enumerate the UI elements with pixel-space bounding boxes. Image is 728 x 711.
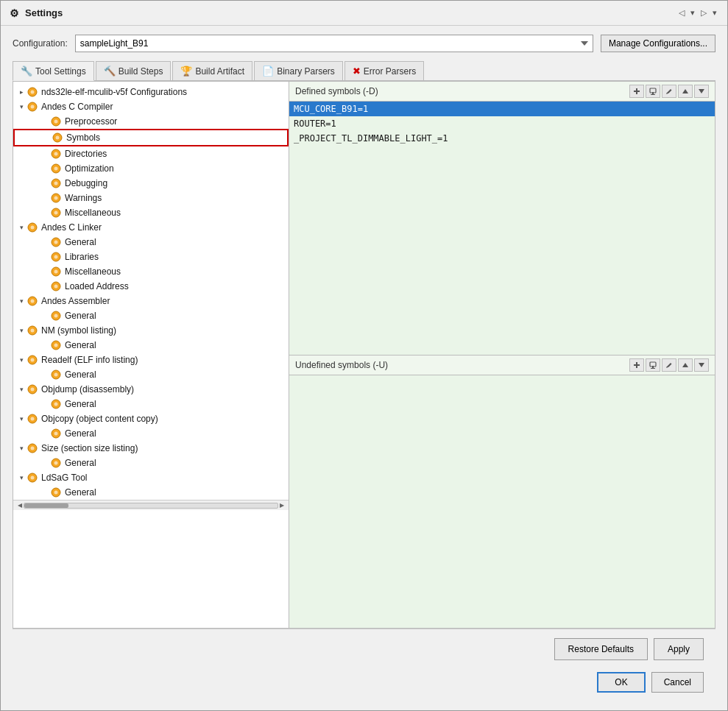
defined-add-from-workspace-button[interactable] [646,85,660,98]
tree-item-nm-general[interactable]: General [13,338,289,353]
svg-point-25 [54,270,58,274]
tree-item-symbols[interactable]: Symbols [13,129,289,146]
scrollbar-track[interactable] [24,503,278,509]
tree-horizontal-scrollbar[interactable]: ◀ ▶ [13,500,289,510]
svg-point-1 [31,91,35,94]
svg-point-49 [31,447,35,450]
cancel-button[interactable]: Cancel [651,672,704,693]
tree-item-objcopy[interactable]: ▾ Objcopy (object content copy) [13,411,289,426]
undefined-edit-button[interactable] [662,358,676,372]
tree-panel: ▸ nds32le-elf-mculib-v5f Configurations … [13,82,289,628]
forward-dropdown-icon[interactable]: ▾ [711,7,718,19]
undefined-symbols-list [289,375,715,629]
tree-item-assembler[interactable]: ▾ Andes Assembler [13,294,289,308]
collapse-icon-assembler: ▾ [16,297,26,305]
symbol-item-0[interactable]: MCU_CORE_B91=1 [289,102,715,116]
undefined-add-from-workspace-button[interactable] [646,358,660,372]
tree-label-objcopy: Objcopy (object content copy) [41,414,158,424]
symbol-item-1[interactable]: ROUTER=1 [289,116,715,131]
tree-item-nm[interactable]: ▾ NM (symbol listing) [13,323,289,338]
restore-defaults-button[interactable]: Restore Defaults [554,638,648,660]
undefined-symbols-header: Undefined symbols (-U) [289,356,715,375]
scrollbar-thumb[interactable] [24,503,68,508]
tree-label-objcopy-general: General [65,428,96,439]
back-arrow-icon[interactable]: ◁ [677,7,686,19]
tree-item-loaded-address[interactable]: Loaded Address [13,279,289,294]
config-select[interactable]: sampleLight_B91 [75,35,593,52]
tab-build-steps[interactable]: 🔨 Build Steps [96,61,172,80]
tree-item-assembler-general[interactable]: General [13,308,289,323]
tree-item-nds32[interactable]: ▸ nds32le-elf-mculib-v5f Configurations [13,85,289,99]
tree-label-objdump: Objdump (disassembly) [41,384,134,395]
collapse-icon-nds32: ▸ [16,88,26,96]
tab-build-artifact[interactable]: 🏆 Build Artifact [172,61,252,80]
tree-item-readelf-general[interactable]: General [13,367,289,382]
tree-item-ldsag-general[interactable]: General [13,485,289,500]
svg-rect-57 [634,91,640,92]
tree-item-linker-misc[interactable]: Miscellaneous [13,264,289,279]
tree-label-readelf-general: General [65,369,96,380]
tab-binary-parsers[interactable]: 📄 Binary Parsers [254,61,343,80]
tree-item-ldsag[interactable]: ▾ LdSaG Tool [13,470,289,485]
gear-icon-readelf [26,354,38,366]
svg-point-35 [54,344,58,347]
scroll-left-icon[interactable]: ◀ [16,502,24,509]
tree-item-warnings[interactable]: Warnings [13,191,289,205]
gear-icon-assembler [26,295,38,307]
gear-icon-size [26,442,38,454]
collapse-icon-andes-c: ▾ [16,103,26,110]
tree-label-debugging: Debugging [65,178,107,188]
tree-item-debugging[interactable]: Debugging [13,176,289,191]
collapse-icon-linker: ▾ [16,224,26,231]
defined-symbols-list: MCU_CORE_B91=1 ROUTER=1 _PROJECT_TL_DIMM… [289,102,715,355]
tab-error-parsers-label: Error Parsers [364,66,416,77]
undefined-symbols-label: Undefined symbols (-U) [295,360,388,370]
defined-edit-button[interactable] [662,85,676,98]
gear-icon-linker [26,222,38,233]
tree-label-ldsag-general: General [65,487,96,498]
defined-move-down-button[interactable] [694,85,709,98]
defined-move-up-button[interactable] [678,85,693,98]
undefined-add-button[interactable] [629,358,644,372]
tree-item-directories[interactable]: Directories [13,146,289,161]
undefined-move-down-button[interactable] [694,358,709,372]
svg-rect-60 [651,94,655,95]
defined-symbols-label: Defined symbols (-D) [295,86,378,96]
gear-icon-assembler-general [50,310,62,322]
tree-item-linker-general[interactable]: General [13,235,289,250]
tree-item-size[interactable]: ▾ Size (section size listing) [13,441,289,456]
svg-point-17 [54,211,58,215]
undefined-symbols-toolbar [629,358,709,372]
tree-item-optimization[interactable]: Optimization [13,161,289,176]
tree-item-objcopy-general[interactable]: General [13,426,289,441]
gear-icon-andes-c [26,101,38,113]
back-dropdown-icon[interactable]: ▾ [689,7,696,19]
tab-error-parsers[interactable]: ✖ Error Parsers [344,61,424,80]
collapse-icon-objdump: ▾ [16,386,26,393]
apply-button[interactable]: Apply [654,638,704,660]
tree-item-readelf[interactable]: ▾ Readelf (ELF info listing) [13,353,289,367]
tree-item-andes-linker[interactable]: ▾ Andes C Linker [13,220,289,235]
tree-item-preprocessor[interactable]: Preprocessor [13,114,289,129]
tree-item-size-general[interactable]: General [13,456,289,470]
tree-item-andes-c[interactable]: ▾ Andes C Compiler [13,99,289,114]
tree-item-misc-c[interactable]: Miscellaneous [13,205,289,220]
tab-tool-settings[interactable]: 🔧 Tool Settings [13,61,94,81]
undefined-move-up-button[interactable] [678,358,693,372]
scroll-right-icon[interactable]: ▶ [278,502,286,509]
config-label: Configuration: [13,38,68,49]
defined-add-button[interactable] [629,85,644,98]
tree-item-libraries[interactable]: Libraries [13,250,289,264]
tree-label-preprocessor: Preprocessor [65,116,117,127]
tree-label-assembler-general: General [65,311,96,321]
tree-item-objdump[interactable]: ▾ Objdump (disassembly) [13,382,289,397]
gear-icon-size-general [50,457,62,469]
tree-item-objdump-general[interactable]: General [13,397,289,411]
gear-icon-optimization [50,163,62,174]
svg-rect-65 [651,368,655,369]
manage-configurations-button[interactable]: Manage Configurations... [601,35,715,52]
ok-button[interactable]: OK [597,672,645,693]
gear-icon-preprocessor [50,116,62,127]
symbol-item-2[interactable]: _PROJECT_TL_DIMMABLE_LIGHT_=1 [289,131,715,146]
forward-arrow-icon[interactable]: ▷ [699,7,708,19]
